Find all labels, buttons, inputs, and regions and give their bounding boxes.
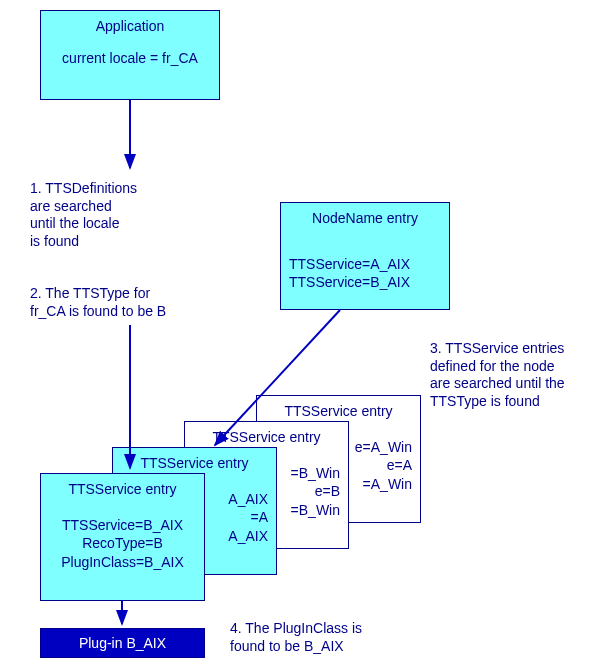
application-locale: current locale = fr_CA: [49, 49, 211, 67]
ttsservice-4-title: TTSService entry: [265, 402, 412, 420]
plugin-box: Plug-in B_AIX: [40, 628, 205, 658]
nodename-line-1: TTSService=B_AIX: [289, 273, 441, 291]
nodename-box: NodeName entry TTSService=A_AIX TTSServi…: [280, 202, 450, 310]
ttsservice-2-title: TTSService entry: [121, 454, 268, 472]
ttsservice-1-title: TTSService entry: [49, 480, 196, 498]
step1-label: 1. TTSDefinitions are searched until the…: [30, 180, 137, 250]
application-box: Application current locale = fr_CA: [40, 10, 220, 100]
step3-label: 3. TTSService entries defined for the no…: [430, 340, 565, 410]
nodename-title: NodeName entry: [289, 209, 441, 227]
nodename-line-0: TTSService=A_AIX: [289, 255, 441, 273]
ttsservice-1-line-0: TTSService=B_AIX: [49, 516, 196, 534]
step4-label: 4. The PlugInClass is found to be B_AIX: [230, 620, 362, 655]
ttsservice-entry-1: TTSService entry TTSService=B_AIX RecoTy…: [40, 473, 205, 601]
application-title: Application: [49, 17, 211, 35]
plugin-label: Plug-in B_AIX: [79, 634, 166, 652]
step2-label: 2. The TTSType for fr_CA is found to be …: [30, 285, 166, 320]
ttsservice-1-line-2: PlugInClass=B_AIX: [49, 553, 196, 571]
ttsservice-3-title: TTSService entry: [193, 428, 340, 446]
ttsservice-1-line-1: RecoType=B: [49, 534, 196, 552]
